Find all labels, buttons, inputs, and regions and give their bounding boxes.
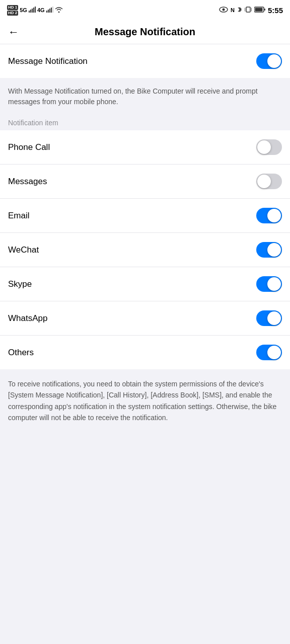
toggle-whatsapp[interactable] [256,310,282,326]
toggle-track-messages[interactable] [256,174,282,189]
wifi-icon [55,7,63,14]
svg-rect-2 [32,9,33,13]
settings-row-wechat: WeChat [0,233,290,267]
settings-row-email: Email [0,199,290,233]
svg-rect-17 [264,9,265,11]
section-header: Notification item [0,113,290,130]
battery-icon [254,7,265,14]
main-toggle-thumb [267,54,281,68]
bluetooth-icon [237,6,242,15]
main-toggle-row: Message Notification [8,44,282,78]
toggle-track-email[interactable] [256,208,282,223]
svg-rect-0 [29,11,30,13]
toggle-track-phone-call[interactable] [256,139,282,155]
signal2-icon [46,7,53,14]
toggle-others[interactable] [256,345,282,360]
hd-badges: HD 1 HD 2 [7,5,18,16]
toggle-track-skype[interactable] [256,276,282,292]
status-right-icons: N 5:55 [219,6,283,15]
settings-row-messages: Messages [0,165,290,199]
main-toggle[interactable] [256,53,282,69]
signal-icon [29,7,36,14]
nfc-icon: N [231,7,235,13]
4g-icon: 4G [37,7,45,13]
svg-rect-4 [35,7,36,13]
settings-row-others: Others [0,336,290,369]
toggle-thumb-phone-call [257,140,271,154]
svg-point-11 [223,8,225,11]
label-messages: Messages [8,177,47,187]
toggle-thumb-wechat [267,243,281,257]
toggle-thumb-messages [257,175,271,188]
toggle-track-whatsapp[interactable] [256,310,282,326]
toggle-thumb-whatsapp [267,311,281,325]
page-title: Message Notification [25,26,265,38]
section-header-text: Notification item [8,119,58,127]
label-email: Email [8,211,30,221]
svg-rect-5 [46,11,47,13]
settings-row-phone-call: Phone Call [0,130,290,165]
settings-row-skype: Skype [0,267,290,301]
description-box: With Message Notification turned on, the… [0,78,290,113]
svg-rect-6 [48,10,49,13]
label-others: Others [8,348,34,358]
label-wechat: WeChat [8,245,39,255]
label-skype: Skype [8,279,32,289]
toggle-skype[interactable] [256,276,282,292]
toggle-email[interactable] [256,208,282,223]
toggle-phone-call[interactable] [256,139,282,155]
toggle-track-wechat[interactable] [256,242,282,258]
status-left-icons: HD 1 HD 2 5G 4G [7,5,63,16]
status-bar: HD 1 HD 2 5G 4G [0,0,290,20]
svg-rect-8 [51,8,52,13]
toggle-thumb-others [267,346,281,359]
toggle-track-others[interactable] [256,345,282,360]
settings-row-whatsapp: WhatsApp [0,301,290,336]
svg-rect-9 [52,7,53,13]
toggle-thumb-skype [267,277,281,291]
description-text: With Message Notification turned on, the… [8,86,282,107]
svg-rect-12 [246,7,250,12]
svg-rect-3 [33,8,34,13]
label-whatsapp: WhatsApp [8,313,47,324]
main-toggle-track[interactable] [256,53,282,69]
clock: 5:55 [268,6,283,15]
5g-icon: 5G [20,7,27,13]
back-button[interactable]: ← [8,27,19,38]
svg-rect-16 [255,8,262,11]
main-toggle-section: Message Notification [0,44,290,78]
notification-items-group: Phone CallMessagesEmailWeChatSkypeWhatsA… [0,130,290,369]
toggle-wechat[interactable] [256,242,282,258]
eye-icon [219,7,228,14]
vibrate-icon [245,6,252,15]
main-toggle-label: Message Notification [8,56,88,66]
footer-note: To receive notifications, you need to ob… [0,369,290,436]
label-phone-call: Phone Call [8,142,50,152]
toggle-thumb-email [267,209,281,222]
toggle-messages[interactable] [256,174,282,189]
nav-bar: ← Message Notification [0,20,290,44]
svg-rect-7 [49,9,50,13]
svg-rect-1 [30,10,31,13]
footer-note-text: To receive notifications, you need to ob… [8,378,282,424]
